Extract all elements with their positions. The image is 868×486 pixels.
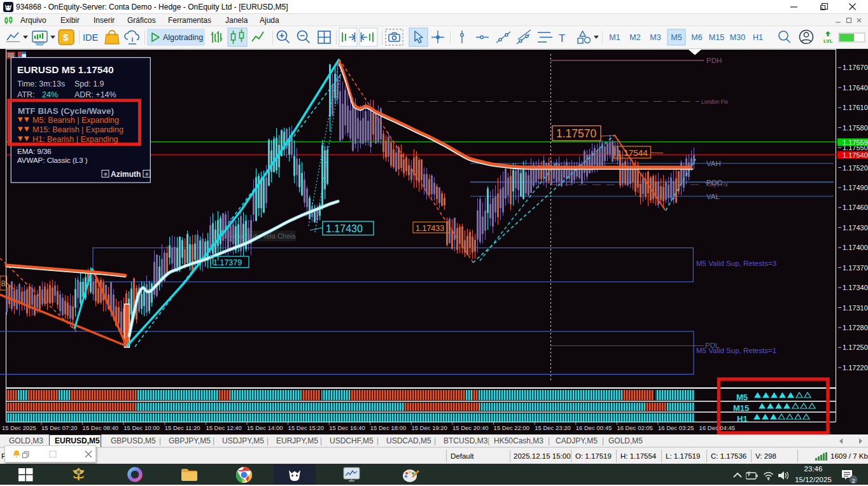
svg-text:AVWAP: Classic (L3 ): AVWAP: Classic (L3 )	[17, 156, 88, 164]
svg-text:16 Dec 00:45: 16 Dec 00:45	[576, 424, 612, 431]
svg-text:15 Dec 14:00: 15 Dec 14:00	[247, 424, 283, 431]
svg-text:1.17430: 1.17430	[843, 224, 868, 232]
svg-text:8: 8	[1, 279, 6, 288]
svg-text:ATR:: ATR:	[17, 90, 35, 99]
svg-text:1.17250: 1.17250	[843, 344, 868, 351]
svg-text:M1: M1	[609, 33, 620, 42]
svg-text:1.17430: 1.17430	[326, 223, 363, 234]
svg-text:1.17670: 1.17670	[843, 64, 868, 71]
svg-text:15 Dec 12:40: 15 Dec 12:40	[206, 424, 242, 431]
svg-text:16 Dec 03:25: 16 Dec 03:25	[658, 424, 694, 431]
svg-text:15 Dec 20:40: 15 Dec 20:40	[452, 424, 489, 431]
svg-text:1.17433: 1.17433	[416, 224, 444, 233]
svg-text:ADR: +14%: ADR: +14%	[74, 90, 116, 99]
svg-text:1.17220: 1.17220	[843, 364, 868, 371]
svg-text:1.17490: 1.17490	[843, 184, 868, 191]
svg-text:M5 Valid Sup, Retests=3: M5 Valid Sup, Retests=3	[696, 260, 776, 267]
svg-text:POC: POC	[706, 179, 722, 186]
svg-text:15 Dec 08:40: 15 Dec 08:40	[83, 424, 119, 431]
svg-text:M5 Valid Sup, Retests=1: M5 Valid Sup, Retests=1	[696, 347, 776, 354]
svg-text:15 Dec 22:00: 15 Dec 22:00	[494, 424, 530, 431]
svg-text:1.17640: 1.17640	[843, 84, 868, 92]
svg-text:16 Dec 04:45: 16 Dec 04:45	[699, 424, 736, 431]
svg-text:✳: ✳	[144, 171, 149, 177]
svg-text:M5: Bearish | Expanding: M5: Bearish | Expanding	[32, 116, 119, 125]
svg-text:1.17570: 1.17570	[556, 127, 597, 140]
svg-text:1.17559: 1.17559	[843, 139, 868, 146]
svg-text:M15: M15	[709, 33, 724, 42]
svg-text:London Fix: London Fix	[701, 99, 729, 105]
svg-text:15 Dec 2025: 15 Dec 2025	[2, 424, 36, 431]
svg-text:H1: H1	[737, 414, 748, 424]
svg-text:15 Dec 19:20: 15 Dec 19:20	[411, 424, 447, 431]
svg-text:H1: Bearish | Expanding: H1: Bearish | Expanding	[32, 135, 118, 144]
svg-text:M6: M6	[691, 33, 702, 42]
svg-text:15 Dec 11:20: 15 Dec 11:20	[165, 424, 200, 431]
svg-text:15 Dec 07:20: 15 Dec 07:20	[41, 424, 78, 431]
svg-text:24%: 24%	[42, 90, 58, 99]
svg-text:1.17610: 1.17610	[843, 104, 868, 111]
svg-text:M2: M2	[629, 33, 640, 42]
svg-text:VAL: VAL	[706, 193, 720, 200]
svg-text:2: 2	[852, 477, 855, 484]
svg-text:1.17379: 1.17379	[213, 258, 242, 267]
svg-text:Azimuth: Azimuth	[111, 170, 141, 179]
svg-text:M5: M5	[671, 33, 682, 42]
svg-text:15 Dec 16:40: 15 Dec 16:40	[329, 424, 365, 431]
svg-text:1.17544: 1.17544	[617, 148, 648, 158]
svg-text:M15: M15	[733, 403, 749, 413]
svg-text:LVL: LVL	[823, 38, 833, 44]
svg-text:MTF BIAS (Cycle/Wave): MTF BIAS (Cycle/Wave)	[18, 106, 114, 116]
svg-text:1.17310: 1.17310	[843, 304, 868, 312]
svg-text:VAH: VAH	[706, 160, 721, 167]
svg-text:Algotrading: Algotrading	[163, 33, 203, 42]
svg-text:1.17540: 1.17540	[843, 151, 868, 159]
svg-text:15 Dec 23:20: 15 Dec 23:20	[535, 424, 571, 431]
svg-text:IDE: IDE	[83, 32, 99, 43]
svg-text:15 Dec 10:00: 15 Dec 10:00	[123, 424, 160, 431]
svg-text:1.17280: 1.17280	[843, 324, 868, 331]
svg-text:Time: 3m:13s: Time: 3m:13s	[17, 80, 65, 88]
svg-text:1.17580: 1.17580	[843, 124, 868, 132]
svg-text:PDH: PDH	[706, 57, 722, 64]
svg-text:M15: Bearish | Expanding: M15: Bearish | Expanding	[32, 125, 123, 134]
svg-text:$: $	[63, 32, 69, 43]
svg-text:EMA: 9/36: EMA: 9/36	[17, 148, 52, 155]
svg-text:Spd: 1.9: Spd: 1.9	[74, 80, 104, 88]
svg-text:1.17400: 1.17400	[843, 244, 868, 251]
svg-text:1.17520: 1.17520	[843, 164, 868, 172]
svg-text:M5: M5	[736, 392, 748, 402]
svg-text:H1: H1	[753, 33, 763, 42]
svg-text:16 Dec 02:05: 16 Dec 02:05	[617, 424, 653, 431]
svg-text:T: T	[559, 32, 565, 45]
svg-text:M30: M30	[730, 33, 745, 42]
svg-text:M3: M3	[650, 33, 661, 42]
svg-text:15 Dec 15:20: 15 Dec 15:20	[288, 424, 325, 431]
svg-text:1.17460: 1.17460	[843, 204, 868, 211]
svg-text:1.17370: 1.17370	[843, 264, 868, 272]
svg-text:15 Dec 18:00: 15 Dec 18:00	[370, 424, 407, 431]
svg-text:✳: ✳	[103, 171, 108, 177]
svg-text:1.17340: 1.17340	[843, 284, 868, 291]
svg-text:EURUSD M5 1.17540: EURUSD M5 1.17540	[17, 64, 114, 75]
